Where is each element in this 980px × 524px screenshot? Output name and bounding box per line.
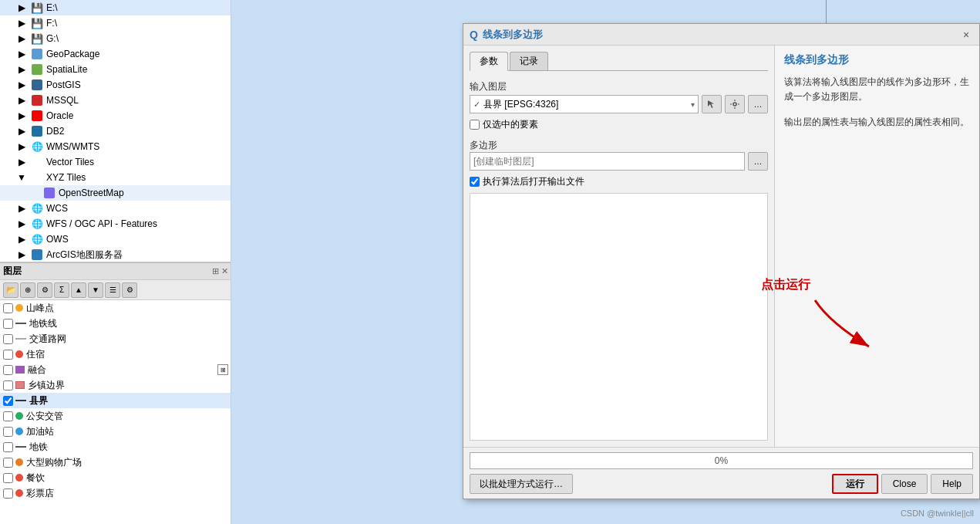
props-btn[interactable]: ⚙ xyxy=(122,282,137,298)
browser-item-db2[interactable]: ▶ DB2 xyxy=(0,123,231,139)
layer-color xyxy=(15,366,25,374)
browser-item-osm[interactable]: OpenStreetMap xyxy=(0,185,231,201)
tab-params[interactable]: 参数 xyxy=(470,52,508,71)
dialog-title-text: 线条到多边形 xyxy=(483,28,543,42)
browser-item-postgis[interactable]: ▶ PostGIS xyxy=(0,77,231,93)
move-up-btn[interactable]: ▲ xyxy=(71,282,86,298)
sigma-btn[interactable]: Σ xyxy=(54,282,69,298)
polygon-more-btn[interactable]: … xyxy=(748,152,768,171)
svg-point-0 xyxy=(733,103,736,106)
vector-tiles-icon xyxy=(31,156,43,168)
tree-item-label: E:\ xyxy=(46,2,58,13)
only-selected-checkbox[interactable] xyxy=(470,120,480,130)
open-layer-btn[interactable]: 📂 xyxy=(3,282,19,298)
tab-log[interactable]: 记录 xyxy=(510,52,548,70)
layer-item[interactable]: 山峰点 xyxy=(0,300,231,316)
layer-checkbox[interactable] xyxy=(3,396,13,406)
browser-item-wfs[interactable]: ▶ 🌐 WFS / OGC API - Features xyxy=(0,216,231,232)
filter-btn[interactable]: ⚙ xyxy=(37,282,52,298)
run-button[interactable]: 运行 xyxy=(832,474,878,494)
layer-item[interactable]: 融合 ⊞ xyxy=(0,362,231,377)
layer-item[interactable]: 餐饮 xyxy=(0,470,231,485)
browser-item-ows[interactable]: ▶ 🌐 OWS xyxy=(0,232,231,247)
wms-icon: 🌐 xyxy=(31,140,43,153)
arcgis-icon xyxy=(31,248,43,261)
browser-item-e-drive[interactable]: ▶ 💾 E:\ xyxy=(0,0,231,15)
browser-item-spatialite[interactable]: ▶ SpatiaLite xyxy=(0,62,231,77)
close-layers-icon[interactable]: ✕ xyxy=(221,266,228,276)
layer-item[interactable]: 乡镇边界 xyxy=(0,377,231,393)
progress-bar: 0% xyxy=(470,452,973,469)
layer-checkbox[interactable] xyxy=(3,365,13,375)
input-layer-combo[interactable]: ✓ 县界 [EPSG:4326] ▾ xyxy=(470,95,699,113)
tree-item-label: MSSQL xyxy=(46,95,79,106)
dialog-close-button[interactable]: × xyxy=(959,28,973,42)
close-button[interactable]: Close xyxy=(881,474,928,494)
layer-checkbox[interactable] xyxy=(3,319,13,329)
tree-item-label: SpatiaLite xyxy=(46,64,87,75)
expand-icon: ▶ xyxy=(15,218,28,230)
add-layer-btn[interactable]: ⊕ xyxy=(20,282,35,298)
browser-item-vector-tiles[interactable]: ▶ Vector Tiles xyxy=(0,154,231,170)
dialog-body: 参数 记录 输入图层 ✓ 县界 [EPSG:4326] xyxy=(463,46,979,447)
layer-item[interactable]: 县界 xyxy=(0,393,231,408)
batch-run-button[interactable]: 以批处理方式运行… xyxy=(470,474,573,494)
expand-icon: ▶ xyxy=(15,94,28,106)
tree-item-label: OpenStreetMap xyxy=(59,188,124,198)
layer-item[interactable]: 大型购物广场 xyxy=(0,455,231,470)
execute-after-checkbox[interactable] xyxy=(470,177,480,187)
layer-name: 县界 xyxy=(29,394,228,407)
select-features-btn[interactable] xyxy=(702,95,722,113)
layer-checkbox[interactable] xyxy=(3,334,13,344)
layer-item[interactable]: 公安交管 xyxy=(0,408,231,424)
restore-icon: ⊞ xyxy=(212,266,219,276)
mssql-icon xyxy=(31,94,43,106)
layer-name: 住宿 xyxy=(26,348,228,361)
help-button[interactable]: Help xyxy=(931,474,973,494)
group-btn[interactable]: ☰ xyxy=(105,282,120,298)
layer-checkbox[interactable] xyxy=(3,380,13,390)
expand-icon xyxy=(28,187,40,199)
layer-resize-icon[interactable]: ⊞ xyxy=(217,364,228,375)
more-options-btn[interactable]: … xyxy=(748,95,768,113)
layer-checkbox[interactable] xyxy=(3,411,13,421)
ows-icon: 🌐 xyxy=(31,233,43,245)
browser-item-wms[interactable]: ▶ 🌐 WMS/WMTS xyxy=(0,139,231,154)
move-down-btn[interactable]: ▼ xyxy=(88,282,103,298)
layer-checkbox[interactable] xyxy=(3,473,13,483)
dialog-icon: Q xyxy=(470,29,478,41)
layer-checkbox[interactable] xyxy=(3,350,13,360)
dialog-right-pane: 线条到多边形 该算法将输入线图层中的线作为多边形环，生成一个多边形图层。 输出层… xyxy=(775,46,979,447)
browser-item-xyz-tiles[interactable]: ▼ XYZ Tiles xyxy=(0,170,231,185)
layer-item[interactable]: 地铁线 xyxy=(0,316,231,331)
browser-item-mssql[interactable]: ▶ MSSQL xyxy=(0,93,231,108)
browser-item-wcs[interactable]: ▶ 🌐 WCS xyxy=(0,201,231,216)
layer-checkbox[interactable] xyxy=(3,427,13,437)
browser-item-g-drive[interactable]: ▶ 💾 G:\ xyxy=(0,31,231,46)
browser-item-f-drive[interactable]: ▶ 💾 F:\ xyxy=(0,15,231,31)
layer-item[interactable]: 加油站 xyxy=(0,424,231,439)
execute-after-label: 执行算法后打开输出文件 xyxy=(483,175,584,188)
browser-item-arcgis[interactable]: ▶ ArcGIS地图服务器 xyxy=(0,247,231,262)
dialog-titlebar: Q 线条到多边形 × xyxy=(463,24,979,46)
layer-checkbox[interactable] xyxy=(3,442,13,452)
layer-checkbox[interactable] xyxy=(3,458,13,468)
expand-icon: ▶ xyxy=(15,79,28,91)
layer-item[interactable]: 交通路网 xyxy=(0,331,231,347)
layer-item[interactable]: 地铁 xyxy=(0,439,231,455)
tree-item-label: GeoPackage xyxy=(46,49,99,59)
layers-title: 图层 xyxy=(3,265,22,278)
progress-text: 0% xyxy=(715,455,728,466)
db2-icon xyxy=(31,125,43,137)
layer-checkbox[interactable] xyxy=(3,303,13,313)
browser-item-oracle[interactable]: ▶ Oracle xyxy=(0,108,231,123)
tree-item-label: OWS xyxy=(46,234,69,245)
settings-btn[interactable] xyxy=(725,95,745,113)
layer-item[interactable]: 住宿 xyxy=(0,347,231,362)
polygon-input[interactable] xyxy=(470,152,745,171)
postgis-icon xyxy=(31,79,43,91)
layer-checkbox[interactable] xyxy=(3,489,13,499)
browser-item-geopackage[interactable]: ▶ GeoPackage xyxy=(0,46,231,62)
layer-item[interactable]: 彩票店 xyxy=(0,485,231,501)
dialog: Q 线条到多边形 × 参数 记录 输入图层 xyxy=(463,23,980,499)
